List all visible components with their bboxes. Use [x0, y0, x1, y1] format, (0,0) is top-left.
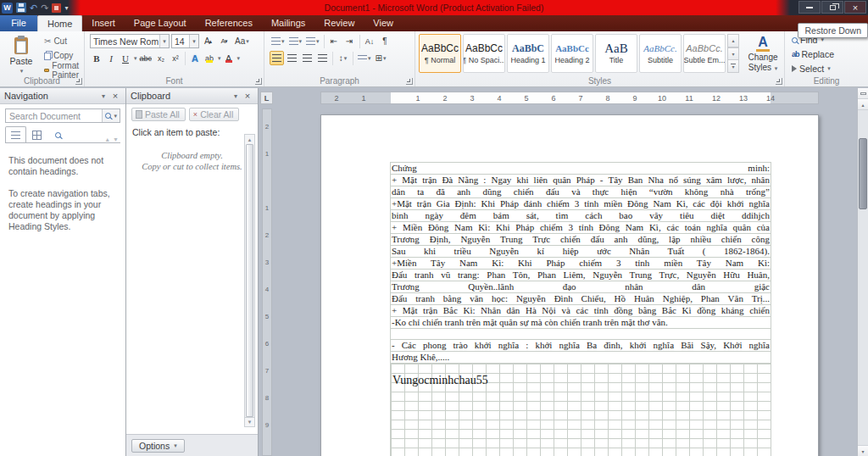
doc-line[interactable]: Trương Quyền..lãnh đạo nhân dân giặc [391, 281, 771, 293]
search-split-button[interactable]: ▾ [102, 109, 120, 122]
change-styles-button[interactable]: A Change Styles ▾ [743, 34, 783, 76]
doc-line[interactable]: -Ko chỉ chiến tranh trên mặt quân sự mà … [391, 317, 771, 329]
clipboard-dialog-launcher[interactable] [75, 78, 82, 85]
doc-line[interactable]: Hương Khê,..... [391, 352, 771, 364]
scroll-down-button[interactable]: ▾ [858, 445, 868, 456]
show-formatting-button[interactable]: ¶ [378, 34, 392, 48]
style-chip-heading1[interactable]: AaBbCHeading 1 [507, 34, 549, 73]
nav-tab-pages[interactable] [26, 126, 47, 142]
font-dialog-launcher[interactable] [255, 78, 262, 85]
doc-empty-grid[interactable]: Vungocminhchau55 [391, 364, 771, 456]
redo-icon[interactable]: ↷ [41, 2, 48, 14]
align-right-button[interactable] [300, 51, 314, 65]
qat-customize-caret-icon[interactable]: ▾ [64, 4, 68, 12]
numbering-button[interactable]: ▾ [287, 34, 304, 48]
doc-line[interactable]: dân ta đã anh dũng chiến đấu và thực hiệ… [391, 186, 771, 198]
bold-button[interactable]: B [90, 51, 103, 65]
decrease-indent-button[interactable]: ⇤ [327, 34, 342, 48]
word-app-icon[interactable]: W [2, 3, 13, 14]
doc-line[interactable] [391, 329, 771, 340]
tab-file[interactable]: File [0, 15, 37, 31]
restore-button[interactable] [821, 1, 843, 14]
paste-button[interactable]: Paste ▾ [3, 34, 39, 76]
subscript-button[interactable]: x₂ [154, 51, 168, 65]
v-ruler[interactable]: 21123456789 [262, 108, 272, 456]
tab-references[interactable]: References [196, 15, 262, 31]
superscript-button[interactable]: x² [169, 51, 182, 65]
close-button[interactable]: × [844, 1, 866, 14]
replace-button[interactable]: abReplace [792, 48, 868, 60]
navigation-pane-close-icon[interactable]: × [109, 91, 121, 101]
h-ruler[interactable]: 211234567891011121314 [320, 92, 819, 104]
highlight-caret-icon[interactable]: ▾ [218, 55, 221, 62]
paste-all-button[interactable]: Paste All [131, 108, 186, 121]
strikethrough-button[interactable]: abc [138, 51, 154, 65]
increase-indent-button[interactable]: ⇥ [342, 34, 357, 48]
select-button[interactable]: Select▾ [792, 63, 868, 75]
font-color-caret-icon[interactable]: ▾ [237, 55, 241, 62]
doc-line[interactable]: +Mặt trận Gia Định: Khi Pháp đánh chiếm … [391, 198, 771, 210]
tab-page-layout[interactable]: Page Layout [125, 15, 196, 31]
format-painter-button[interactable]: Format Painter [42, 64, 84, 76]
styles-more-button[interactable]: ▾ [727, 60, 739, 73]
doc-line[interactable]: Chứng minh: [391, 162, 771, 175]
nav-tab-headings[interactable] [5, 126, 26, 142]
doc-line[interactable]: Trương Định, Nguyễn Trung Trực chiến đấu… [391, 234, 771, 246]
font-family-combo[interactable]: Times New Rom▾ [90, 34, 170, 48]
font-color-button[interactable]: A [222, 51, 236, 65]
tab-insert[interactable]: Insert [82, 15, 125, 31]
clipboard-pane-close-icon[interactable]: × [242, 91, 253, 101]
scroll-up-button[interactable]: ▴ [858, 99, 868, 110]
undo-icon[interactable]: ↶ [30, 2, 37, 14]
tab-review[interactable]: Review [314, 15, 364, 31]
align-left-button[interactable] [270, 51, 284, 65]
doc-line[interactable]: + Miền Đông Nam Kì: Khi Pháp chiếm 3 tỉn… [391, 222, 771, 234]
font-size-combo[interactable]: 14▾ [171, 34, 199, 48]
styles-dialog-launcher[interactable] [776, 78, 782, 85]
styles-scroll-down-button[interactable]: ▾ [727, 47, 739, 61]
scrollbar-track[interactable] [858, 110, 868, 445]
align-center-button[interactable] [285, 51, 299, 65]
multilevel-list-button[interactable]: ▾ [304, 34, 321, 48]
borders-button[interactable]: ⊞▾ [374, 51, 388, 65]
change-case-button[interactable]: Aa▾ [233, 34, 251, 48]
style-chip-title[interactable]: AaBTitle [595, 34, 637, 73]
document-page[interactable]: Chứng minh:+ Mặt trận Đà Nẵng : Ngay khi… [320, 114, 819, 456]
underline-caret-icon[interactable]: ▾ [134, 55, 137, 62]
paragraph-dialog-launcher[interactable] [406, 78, 413, 85]
minimize-button[interactable] [798, 1, 821, 14]
ruler-toggle-button[interactable] [858, 88, 868, 99]
scrollbar-thumb[interactable] [246, 144, 253, 417]
doc-line[interactable]: + Mặt trận Bắc Kì: Nhân dân Hà Nội và cá… [391, 305, 771, 317]
clear-all-button[interactable]: ×Clear All [189, 108, 239, 121]
grow-font-button[interactable]: A▴ [201, 34, 215, 48]
underline-button[interactable]: U [119, 51, 132, 65]
shading-button[interactable]: ▾ [356, 51, 373, 65]
scroll-up-icon[interactable]: ▲ [245, 135, 254, 144]
qat-custom-icon[interactable] [52, 3, 61, 13]
tab-home[interactable]: Home [37, 15, 82, 31]
previous-result-icon[interactable]: ▲ [104, 136, 110, 142]
document-scrollbar[interactable]: ▴ ▾ [857, 88, 868, 456]
highlight-button[interactable]: ab [203, 51, 216, 65]
scrollbar-thumb[interactable] [859, 138, 867, 209]
cut-button[interactable]: ✂Cut [42, 35, 84, 47]
style-chip-subtleem[interactable]: AaBbCc.Subtle Em... [683, 34, 726, 73]
doc-signature[interactable]: Vungocminhchau55 [392, 374, 488, 387]
shrink-font-button[interactable]: A▾ [217, 34, 231, 48]
style-chip-normal[interactable]: AaBbCc¶ Normal [419, 34, 461, 73]
style-chip-subtitle[interactable]: AaBbCc.Subtitle [639, 34, 682, 73]
doc-line[interactable]: - Các phong trào khởi nghĩa : khởi nghĩa… [391, 340, 771, 352]
tab-view[interactable]: View [364, 15, 403, 31]
text-effects-button[interactable]: A [188, 51, 202, 65]
scroll-down-icon[interactable]: ▼ [245, 417, 254, 426]
options-button[interactable]: Options▾ [131, 439, 185, 453]
doc-line[interactable]: Đấu tranh bằng văn học: Nguyễn Đình Chiể… [391, 293, 771, 305]
style-chip-nospaci[interactable]: AaBbCc¶ No Spaci... [463, 34, 505, 73]
next-result-icon[interactable]: ▼ [113, 136, 119, 142]
justify-button[interactable] [315, 51, 330, 65]
clipboard-scrollbar[interactable]: ▲ ▼ [244, 134, 255, 427]
doc-line[interactable]: Sau khi triều Nguyễn kí hiệp ước Nhân Tu… [391, 246, 771, 258]
doc-line[interactable]: +Miền Tây Nam Kì: Khi Pháp chiếm 3 tỉnh … [391, 258, 771, 270]
italic-button[interactable]: I [104, 51, 118, 65]
